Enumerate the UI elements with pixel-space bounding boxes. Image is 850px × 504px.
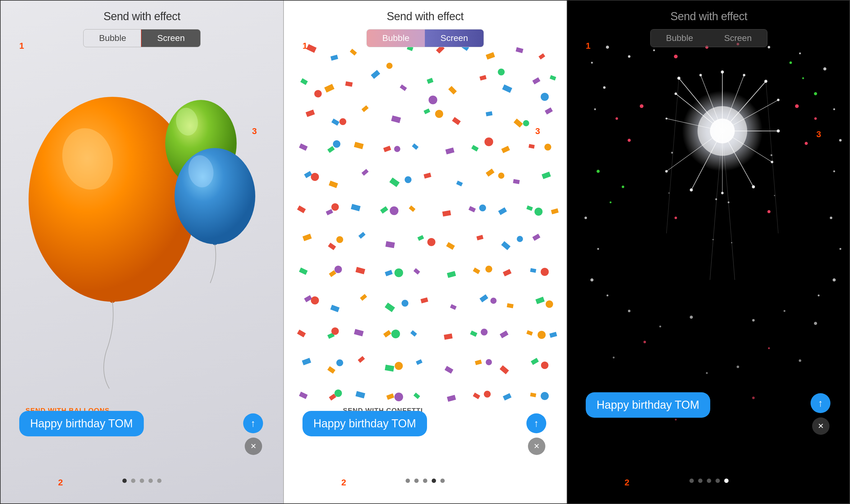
confetti-screen-btn[interactable]: Screen [425,30,484,47]
cdot-1 [405,479,410,483]
svg-point-252 [752,397,754,399]
svg-point-81 [479,204,486,211]
svg-point-4 [175,148,255,244]
panel-confetti: Send with effect Bubble Screen 1 [284,1,567,504]
svg-point-79 [331,203,339,211]
svg-point-106 [485,266,492,272]
svg-rect-58 [329,181,338,188]
svg-rect-75 [469,206,476,212]
svg-point-53 [333,140,340,148]
svg-point-244 [613,357,614,358]
svg-point-186 [777,99,780,101]
svg-point-41 [340,118,346,125]
balloons-message-bubble: Happy birthday TOM [19,411,144,436]
fireworks-screen-btn[interactable]: Screen [709,30,767,47]
balloons-bubble-btn[interactable]: Bubble [84,30,142,47]
svg-rect-91 [532,234,540,241]
svg-point-224 [590,278,593,282]
svg-point-192 [665,170,668,173]
svg-rect-84 [328,243,336,250]
fireworks-page-dots [567,479,850,483]
svg-point-212 [594,108,596,110]
fdot-5 [724,479,729,483]
panel-confetti-title: Send with effect [284,10,567,23]
fireworks-message-bubble: Happy birthday TOM [586,392,710,418]
svg-point-202 [767,210,770,213]
svg-point-248 [643,341,646,343]
confetti-cancel-button[interactable] [528,437,545,455]
fireworks-segmented-control[interactable]: Bubble Screen [650,29,768,47]
svg-point-55 [484,138,493,146]
fireworks-bubble-btn[interactable]: Bubble [650,30,709,47]
svg-rect-21 [427,78,434,84]
svg-point-227 [839,248,841,250]
svg-point-82 [535,208,542,216]
fireworks-cancel-button[interactable] [812,417,830,435]
svg-point-197 [814,117,817,120]
svg-point-131 [331,327,339,335]
svg-point-92 [336,236,343,243]
svg-rect-78 [551,208,559,214]
panel-confetti-header: Send with effect Bubble Screen [284,1,567,47]
svg-point-214 [628,55,630,58]
svg-rect-19 [371,70,380,79]
panel-balloons: Send with effect Bubble Screen 1 [1,1,284,504]
panel-fireworks-title: Send with effect [567,10,850,23]
svg-point-194 [615,117,618,120]
balloons-send-button[interactable] [243,413,263,433]
svg-point-229 [818,294,819,296]
svg-rect-156 [530,393,536,397]
svg-rect-140 [445,366,453,374]
svg-rect-26 [550,75,556,80]
svg-rect-124 [383,330,391,337]
svg-rect-150 [355,391,365,398]
svg-rect-121 [297,329,306,337]
confetti-bubble-btn[interactable]: Bubble [367,30,425,47]
balloons-cancel-button[interactable] [245,437,262,455]
annotation-3-confetti: 3 [535,126,540,136]
dot-4 [149,479,153,483]
confetti-segmented-control[interactable]: Bubble Screen [366,29,484,47]
svg-point-145 [395,362,403,370]
svg-rect-109 [330,305,340,312]
svg-rect-48 [412,143,419,150]
svg-point-42 [435,110,443,118]
balloons-segmented-control[interactable]: Bubble Screen [83,29,201,47]
svg-point-193 [628,139,631,142]
svg-rect-116 [535,297,545,304]
panel-balloons-header: Send with effect Bubble Screen [1,1,283,47]
svg-rect-38 [486,111,492,116]
svg-point-211 [603,86,606,89]
svg-rect-72 [380,206,388,214]
svg-rect-77 [526,205,533,211]
balloons-screen-btn[interactable]: Screen [142,30,200,47]
svg-point-236 [770,154,773,156]
svg-rect-16 [300,78,308,85]
svg-rect-130 [549,332,557,338]
svg-point-120 [546,301,553,308]
svg-rect-154 [473,393,481,399]
svg-point-235 [668,193,670,194]
svg-point-251 [675,419,677,420]
svg-rect-22 [448,86,457,95]
svg-rect-23 [480,75,487,81]
annotation-1-fireworks: 1 [586,41,591,51]
svg-point-119 [490,298,497,304]
svg-rect-20 [400,85,407,91]
svg-point-31 [541,93,549,101]
svg-point-93 [427,238,435,246]
svg-point-158 [394,393,403,401]
annotation-1-confetti: 1 [302,41,308,51]
svg-rect-102 [503,269,511,276]
fireworks-send-button[interactable] [811,393,830,413]
svg-point-105 [394,268,403,277]
svg-point-188 [771,161,773,163]
confetti-send-button[interactable] [526,413,546,433]
svg-rect-88 [446,242,455,250]
svg-rect-127 [470,330,478,337]
svg-rect-60 [389,178,400,187]
svg-rect-95 [299,268,308,275]
svg-rect-129 [526,330,533,336]
svg-point-225 [607,294,608,296]
svg-rect-61 [423,173,431,178]
